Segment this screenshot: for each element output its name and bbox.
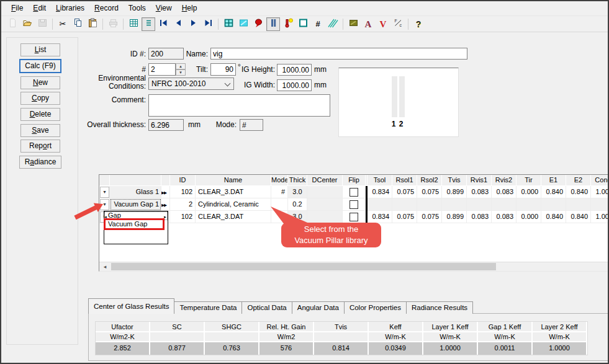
new-button[interactable]: New: [20, 76, 60, 89]
calc-button[interactable]: Calc (F9): [19, 59, 61, 73]
name-field[interactable]: [210, 48, 467, 60]
layer-value-cell[interactable]: [392, 198, 417, 211]
report-button[interactable]: Report: [20, 140, 60, 153]
layer-value-cell[interactable]: 0.840: [541, 186, 566, 198]
layer-value-cell[interactable]: 0.840: [566, 186, 591, 198]
layer-value-cell[interactable]: 0.899: [442, 186, 467, 198]
mode-field[interactable]: [240, 119, 263, 131]
row-dropdown-button[interactable]: ▾: [100, 187, 109, 198]
flip-checkbox[interactable]: [350, 200, 358, 209]
layer-mode-cell[interactable]: #: [271, 186, 288, 198]
layer-id-cell[interactable]: 2: [170, 198, 196, 211]
temperature-tool-button[interactable]: [281, 17, 295, 31]
stepper-up-icon[interactable]: ▲: [176, 63, 186, 69]
layer-value-cell[interactable]: 0.075: [392, 186, 417, 198]
delete-button[interactable]: Delete: [20, 108, 60, 121]
tab-color-properties[interactable]: Color Properties: [344, 301, 407, 314]
hatch-tool-button[interactable]: [326, 17, 340, 31]
window-tool-button[interactable]: [222, 17, 235, 31]
tab-radiance-results[interactable]: Radiance Results: [406, 301, 473, 314]
layer-name-cell[interactable]: CLEAR_3.DAT: [196, 211, 271, 223]
scrollbar-thumb[interactable]: [111, 263, 496, 270]
layer-value-cell[interactable]: 0.834: [368, 186, 392, 198]
layer-name-cell[interactable]: Cylindrical, Ceramic: [196, 198, 271, 211]
layer-count-field[interactable]: [148, 63, 176, 76]
flip-checkbox[interactable]: [350, 188, 358, 197]
help-button[interactable]: ?: [412, 17, 425, 31]
layer-value-cell[interactable]: 0.083: [492, 186, 517, 198]
layer-id-cell[interactable]: 102: [170, 186, 196, 198]
layer-value-cell[interactable]: 0.000: [517, 211, 541, 223]
ig-width-field[interactable]: [277, 79, 312, 91]
layer-value-cell[interactable]: 0.000: [517, 186, 541, 198]
dropdown-option-gap[interactable]: Gap◄►: [104, 211, 168, 220]
layer-name-cell[interactable]: CLEAR_3.DAT: [196, 186, 271, 198]
layer-value-cell[interactable]: [492, 198, 517, 211]
layer-value-cell[interactable]: 0.075: [417, 211, 442, 223]
layer-thick-cell[interactable]: 0.2: [288, 198, 307, 211]
layer-dcenter-cell[interactable]: [307, 186, 343, 198]
layer-value-cell[interactable]: [417, 198, 442, 211]
layer-label-cell[interactable]: Vacuum Gap 1: [110, 198, 161, 211]
menu-help[interactable]: Help: [177, 1, 202, 15]
comment-balloon-button[interactable]: [251, 17, 265, 31]
menu-view[interactable]: View: [151, 1, 177, 15]
angular-a-button[interactable]: A: [361, 17, 375, 31]
list-button[interactable]: List: [20, 43, 60, 56]
shade-tool-button[interactable]: [237, 17, 250, 31]
first-record-button[interactable]: [156, 17, 170, 31]
layer-value-cell[interactable]: 0.840: [566, 211, 591, 223]
layer-value-cell[interactable]: 0.083: [492, 211, 517, 223]
layer-thick-cell[interactable]: 3.0: [288, 186, 307, 198]
environment-tool-button[interactable]: [346, 17, 360, 31]
dropdown-option-vacuum-gap[interactable]: Vacuum Gap: [104, 220, 168, 229]
layer-value-cell[interactable]: 0.083: [467, 211, 492, 223]
layer-value-cell[interactable]: 0.075: [417, 186, 442, 198]
tab-temperature-data[interactable]: Temperature Data: [174, 301, 242, 314]
frame-tool-button[interactable]: [296, 17, 310, 31]
layer-count-stepper[interactable]: ▲ ▼: [176, 63, 186, 76]
angular-v-button[interactable]: V: [376, 17, 390, 31]
env-conditions-select[interactable]: NFRC 100-2010: [148, 78, 234, 90]
scroll-left-icon[interactable]: ◂: [100, 263, 110, 270]
menu-tools[interactable]: Tools: [124, 1, 151, 15]
layer-label-cell[interactable]: Glass 1: [110, 186, 161, 198]
copy-button[interactable]: Copy: [20, 92, 60, 105]
layer-value-cell[interactable]: [368, 198, 392, 211]
library-picker-icon[interactable]: ▶▶: [161, 190, 166, 195]
layer-mode-cell[interactable]: [271, 198, 288, 211]
layer-thick-cell[interactable]: 3.0: [288, 211, 307, 223]
menu-file[interactable]: File: [6, 1, 28, 15]
next-record-button[interactable]: [186, 17, 200, 31]
layer-value-cell[interactable]: 1.000: [591, 211, 609, 223]
layer-value-cell[interactable]: 1.000: [591, 186, 609, 198]
menu-libraries[interactable]: Libraries: [51, 1, 89, 15]
layer-value-cell[interactable]: [517, 198, 541, 211]
horizontal-scrollbar[interactable]: ◂: [99, 262, 609, 271]
layer-dcenter-cell[interactable]: [307, 211, 343, 223]
menu-record[interactable]: Record: [89, 1, 124, 15]
flip-checkbox[interactable]: [350, 213, 358, 221]
ig-height-field[interactable]: [277, 64, 312, 76]
id-field[interactable]: [148, 48, 184, 60]
layer-value-cell[interactable]: 0.834: [368, 211, 392, 223]
grid-view-button[interactable]: [127, 17, 140, 31]
save-button[interactable]: Save: [20, 124, 60, 137]
copy-button[interactable]: [71, 17, 84, 31]
layer-value-cell[interactable]: [566, 198, 591, 211]
open-file-button[interactable]: [20, 17, 34, 31]
tab-optical-data[interactable]: Optical Data: [241, 301, 292, 314]
layer-value-cell[interactable]: [467, 198, 492, 211]
layer-value-cell[interactable]: 0.075: [392, 211, 417, 223]
cut-button[interactable]: ✂: [56, 17, 70, 31]
tab-center-of-glass-results[interactable]: Center of Glass Results: [88, 298, 174, 314]
menu-edit[interactable]: Edit: [28, 1, 51, 15]
overall-thickness-field[interactable]: [148, 119, 184, 131]
list-view-button[interactable]: [142, 17, 155, 31]
layer-id-cell[interactable]: 102: [170, 211, 196, 223]
layer-dcenter-cell[interactable]: [307, 198, 343, 211]
comment-field[interactable]: [148, 94, 330, 117]
row-dropdown-button[interactable]: ▾: [100, 199, 109, 210]
last-record-button[interactable]: [201, 17, 215, 31]
stepper-down-icon[interactable]: ▼: [176, 69, 186, 76]
